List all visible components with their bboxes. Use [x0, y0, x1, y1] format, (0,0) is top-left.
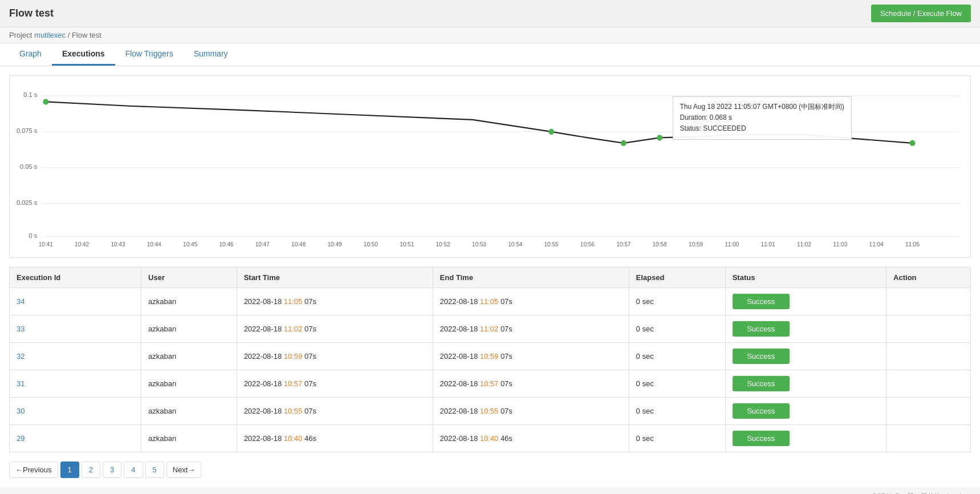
- schedule-execute-button[interactable]: Schedule / Execute Flow: [871, 5, 971, 22]
- cell-user: azkaban: [141, 398, 237, 425]
- tooltip-duration: Duration: 0.068 s: [680, 112, 844, 123]
- page-button-2[interactable]: 2: [82, 461, 100, 478]
- top-bar: Flow test Schedule / Execute Flow: [0, 0, 980, 27]
- cell-action: [887, 398, 971, 425]
- svg-text:10:51: 10:51: [400, 241, 414, 248]
- cell-end-time: 2022-08-18 11:02 07s: [433, 315, 629, 343]
- cell-elapsed: 0 sec: [629, 343, 725, 370]
- status-success-button[interactable]: Success: [733, 376, 790, 391]
- svg-text:10:46: 10:46: [219, 241, 233, 248]
- data-point: [909, 140, 915, 147]
- page-button-5[interactable]: 5: [145, 461, 164, 478]
- svg-text:11:03: 11:03: [833, 241, 847, 248]
- breadcrumb-project-label: Project: [9, 31, 32, 39]
- svg-text:10:53: 10:53: [472, 241, 486, 248]
- svg-text:10:50: 10:50: [364, 241, 378, 248]
- svg-text:10:56: 10:56: [580, 241, 595, 248]
- col-status: Status: [725, 268, 886, 288]
- next-button[interactable]: Next→: [166, 461, 202, 478]
- cell-status: Success: [725, 370, 886, 398]
- svg-text:11:05: 11:05: [905, 241, 920, 248]
- cell-action: [887, 288, 971, 315]
- data-point: [621, 140, 627, 147]
- cell-exec-id: 32: [10, 343, 141, 370]
- svg-text:10:45: 10:45: [183, 241, 197, 248]
- cell-elapsed: 0 sec: [629, 370, 725, 398]
- exec-id-link[interactable]: 32: [17, 352, 25, 361]
- chart-tooltip: Thu Aug 18 2022 11:05:07 GMT+0800 (中国标准时…: [673, 96, 852, 140]
- cell-elapsed: 0 sec: [629, 288, 725, 315]
- cell-user: azkaban: [141, 288, 237, 315]
- tab-executions[interactable]: Executions: [52, 43, 115, 66]
- breadcrumb-project-link[interactable]: mutilexec: [34, 31, 66, 39]
- executions-table: Execution Id User Start Time End Time El…: [9, 267, 971, 452]
- cell-status: Success: [725, 425, 886, 452]
- page-button-3[interactable]: 3: [103, 461, 121, 478]
- cell-status: Success: [725, 315, 886, 343]
- svg-text:10:44: 10:44: [147, 241, 161, 248]
- breadcrumb: Project mutilexec / Flow test: [0, 27, 980, 43]
- svg-text:10:52: 10:52: [436, 241, 450, 248]
- svg-text:10:54: 10:54: [508, 241, 522, 248]
- svg-text:10:47: 10:47: [255, 241, 270, 248]
- page-title: Flow test: [9, 7, 54, 19]
- data-point: [548, 129, 554, 135]
- exec-id-link[interactable]: 33: [17, 325, 25, 333]
- cell-action: [887, 425, 971, 452]
- svg-text:0.1 s: 0.1 s: [23, 91, 37, 98]
- cell-start-time: 2022-08-18 10:57 07s: [237, 370, 433, 398]
- main-content: Thu Aug 18 2022 11:05:07 GMT+0800 (中国标准时…: [0, 66, 980, 487]
- cell-elapsed: 0 sec: [629, 315, 725, 343]
- cell-user: azkaban: [141, 343, 237, 370]
- cell-user: azkaban: [141, 370, 237, 398]
- status-success-button[interactable]: Success: [733, 294, 790, 309]
- cell-action: [887, 343, 971, 370]
- col-elapsed: Elapsed: [629, 268, 725, 288]
- svg-text:10:57: 10:57: [616, 241, 631, 248]
- cell-exec-id: 31: [10, 370, 141, 398]
- status-success-button[interactable]: Success: [733, 349, 790, 364]
- svg-text:11:01: 11:01: [761, 241, 775, 248]
- page-button-4[interactable]: 4: [124, 461, 143, 478]
- previous-button[interactable]: ←Previous: [9, 461, 58, 478]
- cell-action: [887, 370, 971, 398]
- cell-end-time: 2022-08-18 10:40 46s: [433, 425, 629, 452]
- cell-start-time: 2022-08-18 10:59 07s: [237, 343, 433, 370]
- cell-elapsed: 0 sec: [629, 398, 725, 425]
- exec-id-link[interactable]: 29: [17, 434, 25, 443]
- svg-text:10:43: 10:43: [111, 241, 125, 248]
- tab-summary[interactable]: Summary: [184, 43, 238, 66]
- tab-bar: Graph Executions Flow Triggers Summary: [0, 43, 980, 66]
- cell-status: Success: [725, 343, 886, 370]
- breadcrumb-flow-name: Flow test: [72, 31, 101, 39]
- status-success-button[interactable]: Success: [733, 321, 790, 337]
- exec-id-link[interactable]: 31: [17, 379, 25, 388]
- cell-start-time: 2022-08-18 10:40 46s: [237, 425, 433, 452]
- cell-action: [887, 315, 971, 343]
- footer-credit: CSDN @一瓢一瓢的饮 alanchan: [0, 487, 980, 494]
- svg-text:10:41: 10:41: [39, 241, 53, 248]
- cell-user: azkaban: [141, 315, 237, 343]
- cell-end-time: 2022-08-18 10:55 07s: [433, 398, 629, 425]
- svg-text:10:58: 10:58: [653, 241, 667, 248]
- table-row: 33 azkaban 2022-08-18 11:02 07s 2022-08-…: [10, 315, 971, 343]
- cell-exec-id: 33: [10, 315, 141, 343]
- tooltip-datetime: Thu Aug 18 2022 11:05:07 GMT+0800 (中国标准时…: [680, 102, 844, 112]
- tab-graph[interactable]: Graph: [9, 43, 52, 66]
- exec-id-link[interactable]: 30: [17, 407, 25, 415]
- col-user: User: [141, 268, 237, 288]
- exec-id-link[interactable]: 34: [17, 297, 25, 306]
- svg-text:0.075 s: 0.075 s: [17, 127, 38, 134]
- table-header-row: Execution Id User Start Time End Time El…: [10, 268, 971, 288]
- svg-text:10:42: 10:42: [75, 241, 89, 248]
- cell-end-time: 2022-08-18 10:57 07s: [433, 370, 629, 398]
- tab-flow-triggers[interactable]: Flow Triggers: [115, 43, 184, 66]
- cell-exec-id: 30: [10, 398, 141, 425]
- col-end-time: End Time: [433, 268, 629, 288]
- page-button-1[interactable]: 1: [60, 461, 79, 478]
- cell-user: azkaban: [141, 425, 237, 452]
- status-success-button[interactable]: Success: [733, 403, 790, 419]
- status-success-button[interactable]: Success: [733, 431, 790, 446]
- cell-end-time: 2022-08-18 11:05 07s: [433, 288, 629, 315]
- svg-text:10:48: 10:48: [291, 241, 306, 248]
